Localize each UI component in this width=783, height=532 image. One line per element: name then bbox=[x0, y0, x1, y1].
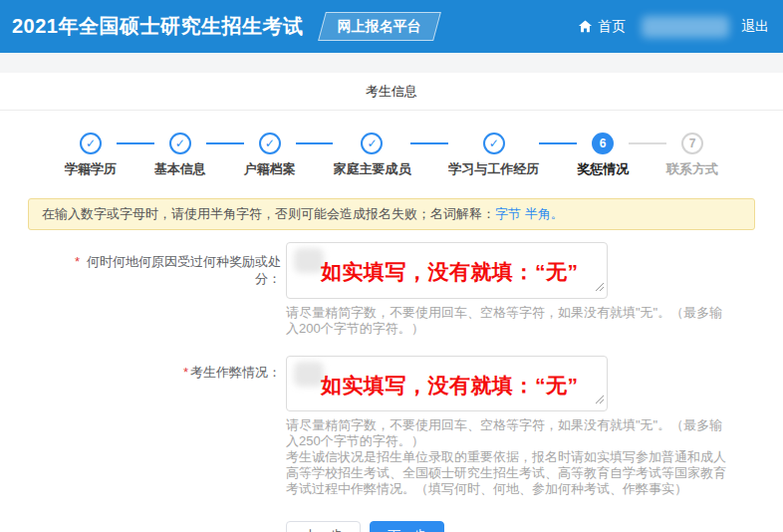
step-label: 学籍学历 bbox=[65, 160, 117, 178]
resize-handle-icon[interactable] bbox=[595, 391, 605, 408]
home-icon bbox=[578, 19, 593, 34]
reward-punishment-label: *何时何地何原因受过何种奖励或处分： bbox=[0, 242, 281, 287]
cheating-record-row: *考生作弊情况： 如实填写，没有就填：“无” bbox=[0, 356, 783, 411]
reward-punishment-label-text: 何时何地何原因受过何种奖励或处分： bbox=[82, 253, 281, 287]
home-link[interactable]: 首页 bbox=[578, 18, 626, 36]
byte-term-link[interactable]: 字节 bbox=[495, 206, 521, 221]
candidate-info-panel: 考生信息 ✓ 学籍学历 ✓ 基本信息 ✓ 户籍档案 ✓ 家庭主要成员 ✓ 学习与… bbox=[0, 73, 783, 532]
reward-punishment-textarea[interactable]: 如实填写，没有就填：“无” bbox=[286, 242, 608, 299]
platform-badge: 网上报名平台 bbox=[318, 12, 441, 41]
app-header: 2021年全国硕士研究生招生考试 网上报名平台 首页 退出 bbox=[0, 0, 783, 53]
step-xueji-xueli: ✓ 学籍学历 bbox=[65, 133, 117, 178]
username-redacted bbox=[642, 16, 729, 38]
cheating-record-label: *考生作弊情况： bbox=[0, 356, 281, 381]
step-connector bbox=[206, 142, 244, 144]
redacted-entry-blur bbox=[294, 362, 324, 387]
fill-instruction-annotation: 如实填写，没有就填：“无” bbox=[321, 258, 579, 286]
reward-punishment-form: *何时何地何原因受过何种奖励或处分： 如实填写，没有就填：“无” 请尽量精简字数… bbox=[0, 242, 783, 532]
header-right: 首页 退出 bbox=[578, 16, 769, 38]
step-number: 6 bbox=[592, 133, 614, 154]
required-asterisk: * bbox=[183, 365, 188, 380]
check-icon: ✓ bbox=[483, 133, 505, 154]
check-icon: ✓ bbox=[169, 133, 191, 154]
logout-link[interactable]: 退出 bbox=[741, 18, 769, 36]
fill-instruction-annotation: 如实填写，没有就填：“无” bbox=[321, 372, 579, 399]
step-label: 家庭主要成员 bbox=[333, 160, 410, 178]
check-icon: ✓ bbox=[259, 133, 281, 154]
section-title: 考生信息 bbox=[0, 73, 783, 111]
previous-step-button[interactable]: 上一步 bbox=[286, 521, 361, 532]
redacted-entry-blur bbox=[294, 248, 324, 273]
step-connector bbox=[539, 142, 577, 144]
step-indicator: ✓ 学籍学历 ✓ 基本信息 ✓ 户籍档案 ✓ 家庭主要成员 ✓ 学习与工作经历 … bbox=[65, 133, 718, 178]
step-connector bbox=[117, 142, 154, 144]
reward-punishment-row: *何时何地何原因受过何种奖励或处分： 如实填写，没有就填：“无” bbox=[0, 242, 783, 299]
step-label: 户籍档案 bbox=[244, 160, 296, 178]
step-lianxi-fangshi: 7 联系方式 bbox=[666, 133, 718, 178]
notice-text: 在输入数字或字母时，请使用半角字符，否则可能会造成报名失败；名词解释： bbox=[42, 206, 495, 221]
wizard-buttons: 上一步 下一步 bbox=[286, 521, 783, 532]
resize-handle-icon[interactable] bbox=[595, 278, 605, 296]
notice-suffix: 。 bbox=[551, 206, 564, 221]
step-label: 奖惩情况 bbox=[577, 160, 629, 178]
step-connector bbox=[410, 142, 448, 144]
platform-badge-label: 网上报名平台 bbox=[337, 18, 420, 36]
integrity-explanation-text: 考生诚信状况是招生单位录取的重要依据，报名时请如实填写参加普通和成人 高等学校招… bbox=[286, 449, 766, 497]
step-label: 学习与工作经历 bbox=[448, 160, 539, 178]
step-xuexi-gongzuo: ✓ 学习与工作经历 bbox=[448, 133, 539, 178]
cheating-record-label-text: 考生作弊情况： bbox=[190, 364, 281, 381]
check-icon: ✓ bbox=[80, 133, 102, 154]
page-title: 2021年全国硕士研究生招生考试 bbox=[12, 13, 304, 40]
step-label: 联系方式 bbox=[666, 160, 718, 178]
home-link-label: 首页 bbox=[598, 18, 626, 36]
required-asterisk: * bbox=[75, 254, 80, 269]
cheating-record-textarea[interactable]: 如实填写，没有就填：“无” bbox=[286, 356, 608, 411]
step-jiating-chengyuan: ✓ 家庭主要成员 bbox=[333, 133, 410, 178]
step-jiangcheng-qingkuang-active: 6 奖惩情况 bbox=[577, 133, 629, 178]
step-label: 基本信息 bbox=[154, 160, 206, 178]
halfwidth-notice-banner: 在输入数字或字母时，请使用半角字符，否则可能会造成报名失败；名词解释：字节 半角… bbox=[28, 198, 755, 230]
step-connector bbox=[629, 142, 666, 144]
cheating-record-help-text: 请尽量精简字数，不要使用回车、空格等字符，如果没有就填"无"。（最多输 入250… bbox=[286, 417, 766, 449]
step-connector bbox=[296, 142, 334, 144]
check-icon: ✓ bbox=[361, 133, 383, 154]
reward-punishment-help-text: 请尽量精简字数，不要使用回车、空格等字符，如果没有就填"无"。（最多输 入200… bbox=[286, 305, 766, 337]
step-jiben-xinxi: ✓ 基本信息 bbox=[154, 133, 206, 178]
step-number: 7 bbox=[681, 133, 703, 154]
step-huji-dangan: ✓ 户籍档案 bbox=[244, 133, 296, 178]
halfwidth-term-link[interactable]: 半角 bbox=[525, 206, 551, 221]
next-step-button[interactable]: 下一步 bbox=[370, 521, 444, 532]
